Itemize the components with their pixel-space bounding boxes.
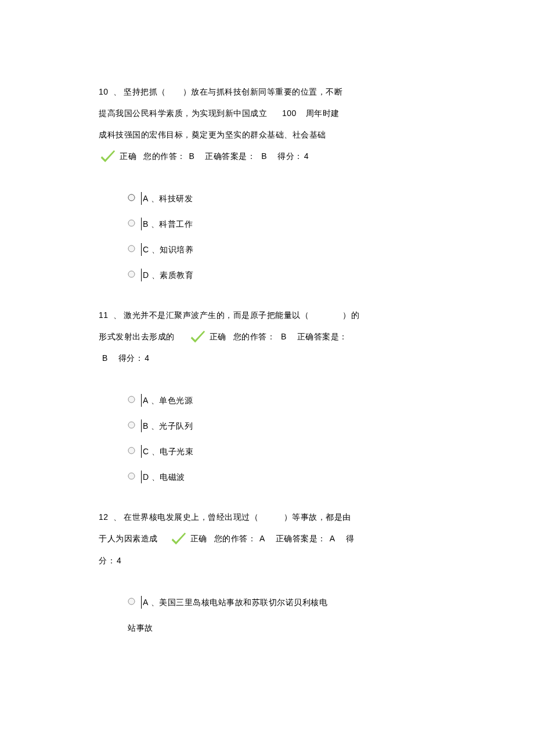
cursor-bar — [141, 243, 142, 256]
question-10: 10 、 坚持把抓（ ）放在与抓科技创新同等重要的位置，不断 提高我国公民科学素… — [99, 81, 435, 281]
text-fragment: 成科技强国的宏伟目标，奠定更为坚实的群众基础、社会基础 — [99, 131, 326, 139]
option-B[interactable]: B 、 光子队列 — [128, 415, 435, 432]
option-letter: A — [143, 597, 151, 609]
cursor-bar — [141, 192, 142, 205]
question-text: 12 、 在世界核电发展史上，曾经出现过（ ）等事故，都是由 — [99, 507, 435, 528]
cursor-bar — [141, 471, 142, 483]
text-fragment: 形式发射出去形成的 — [99, 332, 175, 341]
question-text: 形式发射出去形成的 正确 您的作答： B 正确答案是： — [99, 326, 435, 348]
inline-number: 100 — [269, 108, 304, 118]
cursor-bar — [141, 596, 142, 609]
svg-point-7 — [128, 447, 135, 454]
question-text: 提高我国公民科学素质，为实现到新中国成立 100 周年时建 — [99, 103, 435, 124]
option-text: 科技研发 — [159, 193, 193, 205]
option-text: 电磁波 — [160, 472, 185, 483]
option-text: 科普工作 — [159, 219, 193, 230]
radio-icon — [128, 396, 135, 403]
question-text: 于人为因素造成 正确 您的作答：A 正确答案是：A 得 — [99, 528, 435, 549]
svg-point-6 — [128, 422, 135, 428]
option-B[interactable]: B 、 科普工作 — [128, 213, 435, 230]
cursor-bar — [141, 218, 142, 230]
feedback-text: 正确 您的作答： B 正确答案是： — [210, 332, 348, 341]
options-list: A 、 单色光源 B 、 光子队列 C 、 电子光束 — [99, 370, 435, 483]
option-A[interactable]: A 、 单色光源 — [128, 389, 435, 407]
svg-point-9 — [128, 598, 135, 605]
question-text: 10 、 坚持把抓（ ）放在与抓科技创新同等重要的位置，不断 — [99, 81, 435, 103]
checkmark-icon — [99, 150, 116, 165]
radio-icon — [128, 194, 135, 201]
question-number: 10 — [99, 87, 111, 96]
text-fragment: 在世界核电发展史上，曾经出现过（ ）等事故，都是由 — [124, 513, 351, 522]
option-text: 知识培养 — [160, 244, 193, 256]
svg-point-3 — [128, 245, 135, 252]
text-fragment: 提高我国公民科学素质，为实现到新中国成立 — [99, 109, 267, 118]
option-letter: A — [143, 193, 151, 205]
radio-icon — [128, 219, 135, 227]
feedback-text: 正确 您的作答：B 正确答案是： B 得分：4 — [120, 152, 309, 161]
option-letter: A — [143, 395, 151, 407]
option-letter: C — [143, 244, 151, 256]
options-list: A 、 美国三里岛核电站事故和苏联切尔诺贝利核电 站事故 — [99, 571, 435, 639]
option-letter: B — [143, 421, 151, 432]
radio-icon — [128, 270, 135, 278]
question-text: 成科技强国的宏伟目标，奠定更为坚实的群众基础、社会基础 — [99, 125, 435, 146]
option-text: 美国三里岛核电站事故和苏联切尔诺贝利核电 — [159, 597, 327, 609]
feedback-line: 分：4 — [99, 550, 435, 571]
option-D[interactable]: D 、 素质教育 — [128, 264, 435, 281]
option-text: 电子光束 — [160, 446, 193, 458]
text-fragment: 于人为因素造成 — [99, 534, 158, 543]
option-D[interactable]: D 、 电磁波 — [128, 466, 435, 483]
option-letter: B — [143, 219, 151, 230]
text-fragment: 周年时建 — [306, 109, 340, 118]
svg-point-8 — [128, 473, 135, 479]
question-text: 11 、 激光并不是汇聚声波产生的，而是原子把能量以（ ）的 — [99, 305, 435, 326]
question-12: 12 、 在世界核电发展史上，曾经出现过（ ）等事故，都是由 于人为因素造成 正… — [99, 507, 435, 639]
svg-point-2 — [128, 220, 135, 226]
options-list: A 、 科技研发 B 、 科普工作 C 、 知识培养 — [99, 168, 435, 281]
text-fragment: 激光并不是汇聚声波产生的，而是原子把能量以（ ）的 — [124, 311, 359, 320]
option-A[interactable]: A 、 美国三里岛核电站事故和苏联切尔诺贝利核电 — [128, 591, 435, 609]
feedback-text: 正确 您的作答：A 正确答案是：A 得 — [190, 534, 355, 543]
radio-icon — [128, 245, 135, 252]
cursor-bar — [141, 419, 142, 432]
option-text: 光子队列 — [159, 421, 193, 432]
option-C[interactable]: C 、 电子光束 — [128, 440, 435, 458]
option-text: 单色光源 — [159, 395, 193, 407]
checkmark-icon — [189, 330, 206, 345]
radio-icon — [128, 421, 135, 429]
cursor-bar — [141, 269, 142, 281]
svg-point-4 — [128, 271, 135, 277]
radio-icon — [128, 447, 135, 454]
option-letter: D — [143, 270, 151, 281]
option-text: 素质教育 — [160, 270, 193, 281]
feedback-line: 正确 您的作答：B 正确答案是： B 得分：4 — [99, 146, 435, 167]
cursor-bar — [141, 394, 142, 407]
question-11: 11 、 激光并不是汇聚声波产生的，而是原子把能量以（ ）的 形式发射出去形成的… — [99, 305, 435, 483]
svg-point-5 — [128, 396, 135, 403]
radio-icon — [128, 472, 135, 480]
option-A[interactable]: A 、 科技研发 — [128, 187, 435, 205]
radio-icon — [128, 598, 135, 605]
option-C[interactable]: C 、 知识培养 — [128, 238, 435, 256]
text-fragment: 坚持把抓（ ）放在与抓科技创新同等重要的位置，不断 — [124, 88, 342, 96]
question-number: 12 — [99, 512, 111, 522]
option-A-continued: 站事故 — [128, 618, 435, 639]
checkmark-icon — [169, 532, 187, 547]
question-number: 11 — [99, 310, 111, 320]
cursor-bar — [141, 445, 142, 458]
option-letter: C — [143, 446, 151, 458]
document-page: 10 、 坚持把抓（ ）放在与抓科技创新同等重要的位置，不断 提高我国公民科学素… — [0, 0, 534, 708]
feedback-line: B 得分：4 — [99, 348, 435, 369]
option-letter: D — [143, 472, 151, 483]
